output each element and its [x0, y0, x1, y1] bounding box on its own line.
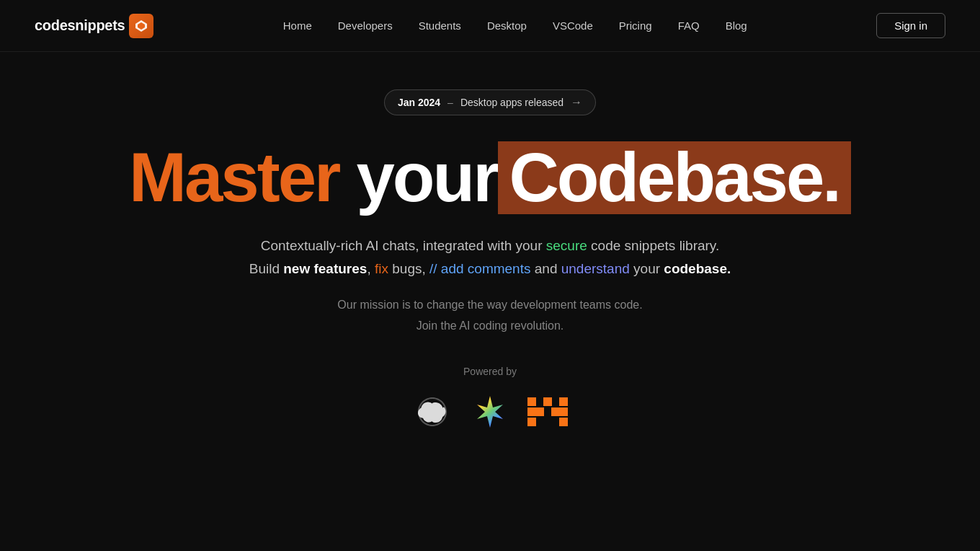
badge-date: Jan 2024 [398, 97, 440, 108]
subtext1-suffix: code snippets library. [587, 238, 719, 253]
subtext2-comma: , [367, 261, 375, 276]
hero-subtext: Contextually-rich AI chats, integrated w… [249, 234, 731, 281]
hero-headline: Master your Codebase. [129, 141, 851, 214]
svg-rect-2 [559, 397, 568, 406]
subtext2-understand: understand [561, 261, 630, 276]
headline-codebase-wrapper: Codebase. [498, 141, 851, 214]
nav-blog[interactable]: Blog [726, 19, 747, 32]
subtext2-new: new features [283, 261, 367, 276]
logo-text: codesnippets [35, 17, 125, 34]
badge-arrow-icon: → [571, 96, 582, 109]
mistral-logo [527, 392, 568, 432]
badge-text: Desktop apps released [460, 97, 564, 108]
subtext2-bugs: bugs, [388, 261, 429, 276]
nav-links: Home Developers Students Desktop VSCode … [283, 19, 747, 32]
openai-logo [412, 392, 453, 432]
perplexity-logo [470, 392, 510, 432]
nav-faq[interactable]: FAQ [678, 19, 700, 32]
signin-button[interactable]: Sign in [876, 13, 945, 38]
main-nav: codesnippets Home Developers Students De… [0, 0, 980, 52]
subtext1-prefix: Contextually-rich AI chats, integrated w… [261, 238, 546, 253]
mission-line-1: Our mission is to change the way develop… [337, 295, 642, 316]
hero-section: Jan 2024 – Desktop apps released → Maste… [0, 52, 980, 432]
logo-link[interactable]: codesnippets [35, 14, 153, 38]
logo-icon [129, 14, 153, 38]
subtext2-prefix: Build [249, 261, 284, 276]
svg-rect-6 [559, 407, 568, 416]
nav-pricing[interactable]: Pricing [619, 19, 652, 32]
svg-rect-7 [527, 418, 536, 426]
nav-students[interactable]: Students [419, 19, 461, 32]
svg-rect-3 [527, 407, 536, 416]
mission-text: Our mission is to change the way develop… [337, 295, 642, 337]
svg-rect-8 [559, 418, 568, 426]
subtext-line-2: Build new features, fix bugs, // add com… [249, 257, 731, 281]
announcement-badge[interactable]: Jan 2024 – Desktop apps released → [384, 89, 596, 115]
subtext2-codebase: codebase. [664, 261, 731, 276]
subtext1-highlight: secure [546, 238, 587, 253]
headline-codebase: Codebase. [509, 138, 839, 216]
nav-desktop[interactable]: Desktop [487, 19, 527, 32]
subtext2-and: and [530, 261, 561, 276]
headline-master: Master [129, 143, 339, 212]
svg-rect-5 [551, 407, 560, 416]
badge-separator: – [447, 97, 453, 108]
mission-line-2: Join the AI coding revolution. [337, 316, 642, 337]
svg-rect-0 [527, 397, 536, 406]
powered-by-label: Powered by [463, 366, 517, 377]
subtext-line-1: Contextually-rich AI chats, integrated w… [249, 234, 731, 257]
powered-logos [412, 392, 568, 432]
nav-vscode[interactable]: VSCode [553, 19, 593, 32]
subtext2-comment: // add comments [429, 261, 530, 276]
subtext2-suffix: your [630, 261, 664, 276]
svg-rect-1 [543, 397, 552, 406]
headline-your: your [356, 143, 497, 212]
nav-home[interactable]: Home [283, 19, 312, 32]
powered-section: Powered by [412, 366, 568, 432]
svg-rect-4 [535, 407, 544, 416]
subtext2-fix: fix [375, 261, 388, 276]
nav-developers[interactable]: Developers [338, 19, 393, 32]
